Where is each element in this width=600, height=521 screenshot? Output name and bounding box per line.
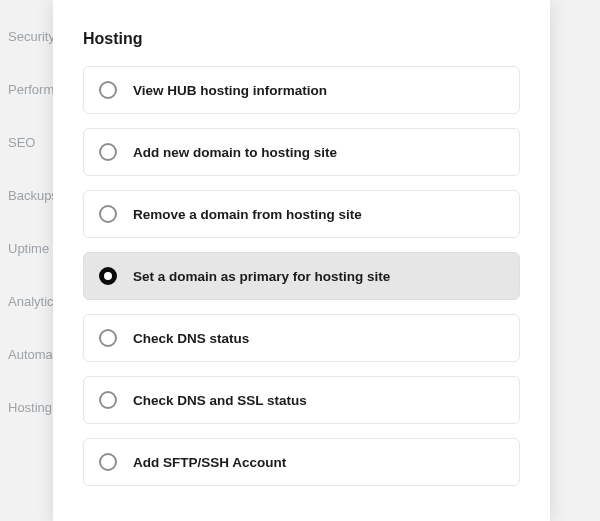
option-check-dns[interactable]: Check DNS status [83,314,520,362]
radio-icon [99,267,117,285]
option-label: View HUB hosting information [133,83,327,98]
option-remove-domain[interactable]: Remove a domain from hosting site [83,190,520,238]
radio-icon [99,329,117,347]
option-label: Remove a domain from hosting site [133,207,362,222]
option-set-primary-domain[interactable]: Set a domain as primary for hosting site [83,252,520,300]
option-add-sftp-ssh[interactable]: Add SFTP/SSH Account [83,438,520,486]
option-label: Add new domain to hosting site [133,145,337,160]
hosting-modal: Hosting View HUB hosting information Add… [53,0,550,521]
option-add-domain[interactable]: Add new domain to hosting site [83,128,520,176]
radio-icon [99,453,117,471]
option-view-hub-hosting[interactable]: View HUB hosting information [83,66,520,114]
option-label: Add SFTP/SSH Account [133,455,286,470]
option-label: Set a domain as primary for hosting site [133,269,390,284]
radio-icon [99,205,117,223]
option-check-dns-ssl[interactable]: Check DNS and SSL status [83,376,520,424]
modal-title: Hosting [83,30,520,48]
radio-icon [99,143,117,161]
radio-icon [99,391,117,409]
option-label: Check DNS and SSL status [133,393,307,408]
option-label: Check DNS status [133,331,249,346]
radio-icon [99,81,117,99]
